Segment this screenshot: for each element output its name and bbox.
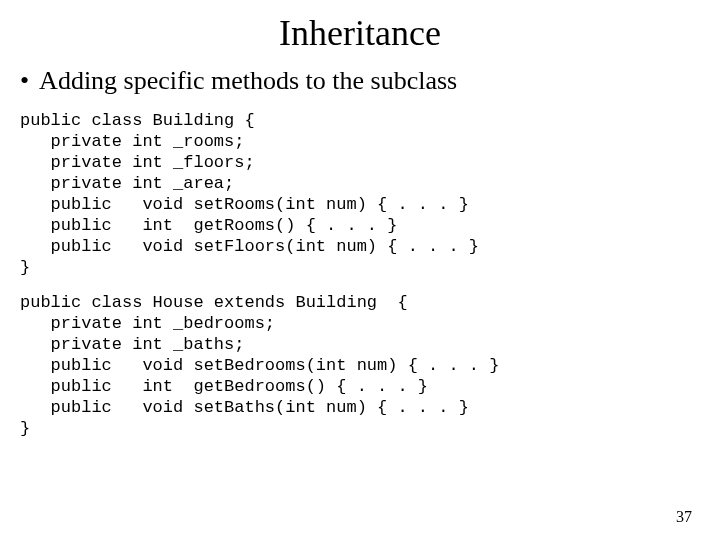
- bullet-dot: •: [20, 66, 29, 96]
- code-block-house: public class House extends Building { pr…: [20, 292, 700, 439]
- page-title: Inheritance: [20, 12, 700, 54]
- page-number: 37: [676, 508, 692, 526]
- code-block-building: public class Building { private int _roo…: [20, 110, 700, 278]
- slide: Inheritance • Adding specific methods to…: [0, 0, 720, 540]
- bullet-text: Adding specific methods to the subclass: [39, 66, 457, 96]
- bullet-item: • Adding specific methods to the subclas…: [20, 66, 700, 96]
